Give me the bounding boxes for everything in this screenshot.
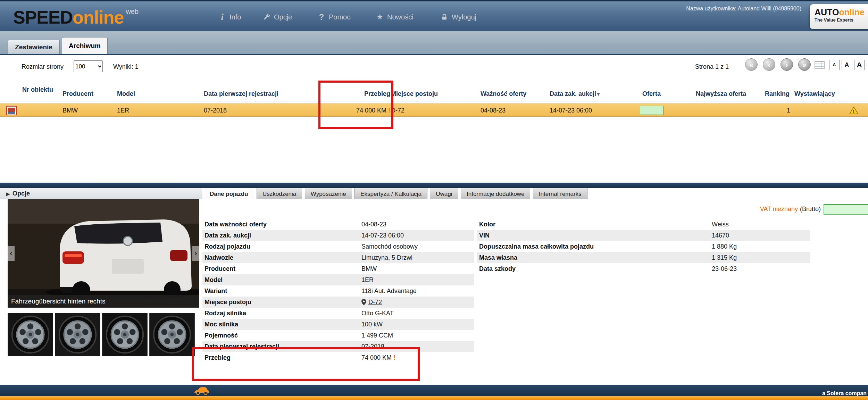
nav-opcje[interactable]: Opcje [262,1,292,33]
autoonline-logo: AUTOonline The Value Experts [810,4,868,29]
font-size-large-button[interactable]: A [854,60,865,70]
export-csv-icon[interactable] [815,60,825,70]
detail-tab-bar: Dane pojazdu Uszkodzenia Wyposażenie Eks… [204,188,589,199]
col-miejsce-postoju[interactable]: Miejsce postoju [391,90,438,98]
font-size-small-button[interactable]: A [829,60,840,70]
detail-row: KolorWeiss [477,219,810,230]
col-waznosc-oferty[interactable]: Ważność oferty [481,90,526,98]
detail-row: NadwozieLimuzyna, 5 Drzwi [202,252,474,263]
logo-online-text: online [73,7,124,27]
nav-info-label: Info [229,13,241,21]
opcje-panel-toggle[interactable]: ▶Opcje [0,188,202,199]
tab-zestawienie[interactable]: Zestawienie [8,40,60,54]
warning-triangle-icon[interactable]: ! [849,106,858,115]
solera-company-text: a Solera compan [822,390,867,397]
detail-row: Data ważności oferty04-08-23 [202,219,474,230]
brand-auto-text: AUTO [815,7,839,17]
table-row[interactable]: BMW 1ER 07-2018 74 000 KM ! D-72 04-08-2… [0,103,868,117]
last-page-button[interactable]: » [798,58,811,71]
tab-uwagi[interactable]: Uwagi [430,188,458,199]
detail-row-miejsce-postoju: Miejsce postoju D-72 [202,297,474,308]
col-oferta[interactable]: Oferta [642,90,661,98]
tab-ekspertyza-kalkulacja[interactable]: Ekspertyza / Kalkulacja [354,188,427,199]
cell-data-zak-aukcji: 14-07-23 06:00 [550,104,592,117]
nav-nowosci-label: Nowości [387,13,414,21]
tab-informacje-dodatkowe[interactable]: Informacje dodatkowe [461,188,530,199]
nav-opcje-label: Opcje [274,13,292,21]
nav-wyloguj-label: Wyloguj [452,13,476,21]
photo-next-arrow[interactable]: › [192,246,199,261]
detail-row: Wariant118i Aut. Advantage [202,285,474,297]
wrench-icon [262,13,271,21]
next-page-button[interactable]: › [781,58,793,71]
col-model[interactable]: Model [117,90,135,98]
speedonline-logo: SPEEDonlineweb [13,7,139,28]
font-size-medium-button[interactable]: A [842,60,852,70]
detail-row: Pojemność1 499 CCM [202,330,474,341]
wheel-thumbnail[interactable] [55,313,100,356]
info-icon: i [218,13,226,21]
results-count: Wyniki: 1 [113,63,139,70]
wheel-thumbnail[interactable] [149,313,195,356]
expand-arrow-icon: ▶ [6,191,10,197]
vehicle-photo-image [8,199,199,308]
nav-info[interactable]: i Info [218,1,241,33]
cell-data-rejestracji: 07-2018 [204,104,227,117]
detail-row: Moc silnika100 kW [202,319,474,330]
main-tab-band: Zestawienie Archiwum [0,31,868,55]
detail-row: Rodzaj pojazduSamochód osobowy [202,241,474,252]
nav-nowosci[interactable]: ★ Nowości [376,1,414,33]
vat-brutto-label: (Brutto) [800,206,821,212]
page-info: Strona 1 z 1 [695,63,729,70]
footer-bar [0,385,868,396]
page-size-label: Rozmiar strony [22,63,64,70]
nav-pomoc[interactable]: ? Pomoc [317,1,350,33]
detail-row: Rodzaj silnikaOtto G-KAT [202,308,474,319]
miejsce-postoju-link[interactable]: D-72 [368,299,382,306]
detail-row: ProducentBMW [202,263,474,274]
oferta-input-box[interactable] [640,106,663,115]
vat-green-box [824,204,868,215]
col-ranking[interactable]: Ranking [765,90,790,98]
tab-wyposazenie[interactable]: Wyposażenie [305,188,352,199]
col-data-rejestracji[interactable]: Data pierwszej rejestracji [204,90,278,98]
location-pin-icon [361,299,366,305]
col-wystawiajacy[interactable]: Wystawiający [794,90,835,98]
annotation-box-przebieg-column [318,81,393,129]
col-producent[interactable]: Producent [62,90,93,98]
col-najwyzsza-oferta[interactable]: Najwyższa oferta [696,90,746,98]
col-data-zak-aukcji[interactable]: Data zak. aukcji▾ [550,90,600,98]
page-size-select[interactable]: 100 [74,60,103,72]
annotation-box-przebieg-detail [192,347,420,381]
username-display: Nazwa użytkownika: Autoland Willi (04985… [686,6,801,12]
cell-producent: BMW [62,104,78,117]
col-nr-obiektu[interactable]: Nr obiektu [22,86,57,93]
wheel-thumbnail[interactable] [8,313,53,356]
cell-model: 1ER [117,104,129,117]
brand-tagline: The Value Experts [815,17,868,23]
tab-internal-remarks[interactable]: Internal remarks [533,188,587,199]
question-icon: ? [317,13,326,21]
cell-ranking: 1 [746,104,790,117]
tab-archiwum[interactable]: Archiwum [62,37,108,54]
photo-caption: Fahrzeugübersicht hinten rechts [8,295,199,308]
prev-page-button[interactable]: ‹ [763,58,775,71]
nav-wyloguj[interactable]: Wyloguj [440,1,476,33]
photo-prev-arrow[interactable]: ‹ [8,246,15,261]
nav-pomoc-label: Pomoc [329,13,350,21]
detail-row: Model1ER [202,274,474,285]
row-photo-thumbnail[interactable] [6,106,17,115]
first-page-button[interactable]: « [745,58,758,71]
cell-waznosc-oferty: 04-08-23 [481,104,506,117]
detail-row: Dopuszczalna masa całkowita pojazdu1 880… [477,241,810,252]
wheel-thumbnail[interactable] [102,313,148,356]
opcje-label: Opcje [12,190,30,197]
tab-dane-pojazdu[interactable]: Dane pojazdu [204,188,254,199]
vehicle-photo[interactable]: ‹ › Fahrzeugübersicht hinten rechts [8,199,199,308]
top-bar: SPEEDonlineweb i Info Opcje ? Pomoc ★ No… [0,0,868,31]
tab-uszkodzenia[interactable]: Uszkodzenia [257,188,302,199]
vat-label: VAT nieznany [760,206,798,212]
star-icon: ★ [376,13,384,21]
svg-text:!: ! [853,109,854,114]
car-icon [193,386,210,397]
